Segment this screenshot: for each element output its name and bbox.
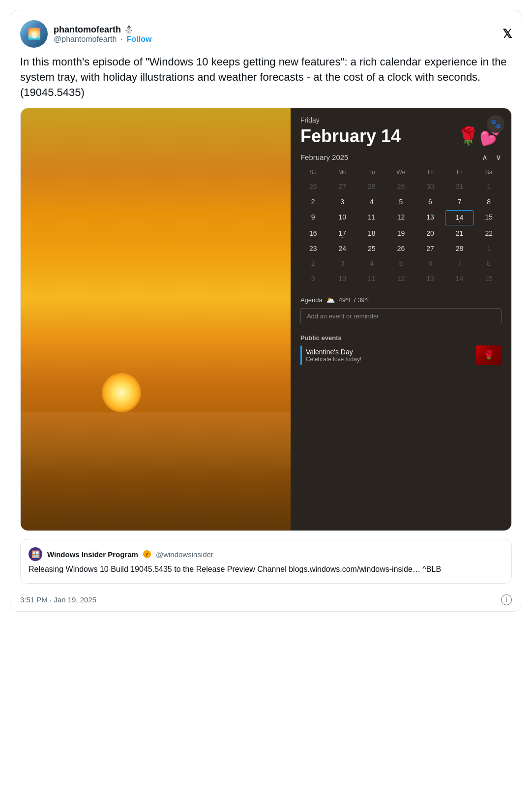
cal-cell-1-dim[interactable]: 1: [474, 242, 503, 256]
cal-cell-7[interactable]: 7: [445, 195, 474, 209]
cal-cell-6[interactable]: 6: [415, 195, 445, 209]
cal-cell-12[interactable]: 12: [386, 210, 416, 225]
cal-cell-1-dim[interactable]: 1: [474, 180, 503, 194]
calendar-weeks: 2627282930311234567891011121314151617181…: [298, 180, 503, 286]
tweet-header: 🌅 phantomofearth ⛄ @phantomofearth · Fol…: [20, 20, 512, 48]
cal-cell-31-dim[interactable]: 31: [445, 180, 474, 194]
cal-cell-4[interactable]: 4: [357, 195, 386, 209]
quoted-handle: @windowsinsider: [156, 550, 213, 559]
weather-text: 49°F / 39°F: [339, 296, 371, 304]
quoted-tweet-text: Releasing Windows 10 Build 19045.5435 to…: [29, 564, 503, 575]
cal-cell-18[interactable]: 18: [357, 226, 386, 241]
cal-cell-28[interactable]: 28: [445, 242, 474, 256]
follow-button[interactable]: Follow: [127, 35, 152, 44]
weekday-we: We: [386, 167, 416, 178]
calendar-public-events: Public events Valentine's Day Celebrate …: [291, 334, 511, 365]
water-reflection: [21, 412, 291, 531]
tweet-footer: 3:51 PM · Jan 19, 2025 i: [20, 590, 512, 605]
event-subtitle: Celebrate love today!: [306, 356, 472, 363]
info-icon[interactable]: i: [501, 594, 512, 605]
cal-cell-8-dim[interactable]: 8: [474, 256, 503, 271]
cal-cell-29-dim[interactable]: 29: [386, 180, 416, 194]
cal-cell-27[interactable]: 27: [415, 242, 445, 256]
verified-badge: ✓: [143, 550, 151, 558]
cal-cell-3-dim[interactable]: 3: [327, 256, 357, 271]
cal-cell-26[interactable]: 26: [386, 242, 416, 256]
sunset-background: [21, 108, 291, 531]
weekday-fr: Fr: [445, 167, 474, 178]
cal-cell-2-dim[interactable]: 2: [298, 256, 328, 271]
calendar-prev-arrow[interactable]: ∧: [482, 153, 488, 162]
cal-cell-14-dim[interactable]: 14: [445, 272, 474, 286]
event-thumb-emoji: 🌹: [483, 350, 494, 361]
cal-cell-26-dim[interactable]: 26: [298, 180, 328, 194]
calendar-weekdays: Su Mo Tu We Th Fr Sa: [298, 167, 503, 178]
cal-cell-15[interactable]: 15: [474, 210, 503, 225]
calendar-date-row: February 14 🌹💕: [300, 126, 502, 147]
sun-glow: [102, 373, 141, 412]
cal-cell-23[interactable]: 23: [298, 242, 328, 256]
user-handle: @phantomofearth: [54, 35, 117, 44]
tweet-header-left: 🌅 phantomofearth ⛄ @phantomofearth · Fol…: [20, 20, 151, 48]
cal-cell-5[interactable]: 5: [386, 195, 416, 209]
cal-cell-6-dim[interactable]: 6: [415, 256, 445, 271]
agenda-label: Agenda: [300, 296, 323, 304]
calendar-month-label: February 2025: [300, 153, 349, 161]
cal-cell-28-dim[interactable]: 28: [357, 180, 386, 194]
cal-cell-22[interactable]: 22: [474, 226, 503, 241]
tweet-image: 🐾 Friday February 14 🌹💕 February 2025 ∧ …: [20, 108, 512, 531]
calendar-grid: Su Mo Tu We Th Fr Sa 2627282930311234567…: [291, 167, 511, 286]
separator-dot: ·: [120, 35, 122, 44]
cal-cell-30-dim[interactable]: 30: [415, 180, 445, 194]
event-text-col: Valentine's Day Celebrate love today!: [306, 348, 472, 363]
cal-cell-12-dim[interactable]: 12: [386, 272, 416, 286]
weekday-su: Su: [298, 167, 328, 178]
public-events-label: Public events: [300, 334, 502, 342]
quoted-tweet[interactable]: 🪟 Windows Insider Program ✓ @windowsinsi…: [20, 539, 512, 583]
cal-cell-16[interactable]: 16: [298, 226, 328, 241]
username-row: phantomofearth ⛄: [54, 25, 151, 35]
cal-cell-4-dim[interactable]: 4: [357, 256, 386, 271]
event-thumbnail: 🌹: [476, 345, 502, 365]
calendar-agenda-section: Agenda 🌥️ 49°F / 39°F Add an event or re…: [291, 291, 511, 334]
cal-cell-9[interactable]: 9: [298, 210, 328, 225]
cal-cell-19[interactable]: 19: [386, 226, 416, 241]
calendar-nav-arrows: ∧ ∨: [482, 153, 502, 162]
quoted-avatar: 🪟: [29, 547, 42, 561]
cal-cell-11[interactable]: 11: [357, 210, 386, 225]
cal-cell-14[interactable]: 14: [445, 210, 474, 225]
event-bar: [300, 345, 302, 365]
avatar-bg: 🌅: [20, 20, 48, 48]
calendar-next-arrow[interactable]: ∨: [496, 153, 502, 162]
calendar-top: Friday February 14 🌹💕: [291, 108, 511, 153]
cal-cell-7-dim[interactable]: 7: [445, 256, 474, 271]
avatar[interactable]: 🌅: [20, 20, 48, 48]
weekday-sa: Sa: [474, 167, 503, 178]
cal-cell-13[interactable]: 13: [415, 210, 445, 225]
cal-cell-13-dim[interactable]: 13: [415, 272, 445, 286]
cal-cell-20[interactable]: 20: [415, 226, 445, 241]
cal-cell-24[interactable]: 24: [327, 242, 357, 256]
cal-cell-17[interactable]: 17: [327, 226, 357, 241]
calendar-month-nav: February 2025 ∧ ∨: [291, 153, 511, 162]
quoted-avatar-emoji: 🪟: [31, 550, 40, 558]
snowman-emoji: ⛄: [124, 25, 134, 34]
cal-cell-10[interactable]: 10: [327, 210, 357, 225]
cal-cell-10-dim[interactable]: 10: [327, 272, 357, 286]
cal-cell-11-dim[interactable]: 11: [357, 272, 386, 286]
cal-cell-3[interactable]: 3: [327, 195, 357, 209]
calendar-day-label: Friday: [300, 116, 502, 124]
cal-cell-21[interactable]: 21: [445, 226, 474, 241]
cal-cell-25[interactable]: 25: [357, 242, 386, 256]
weekday-mo: Mo: [327, 167, 357, 178]
cal-cell-8[interactable]: 8: [474, 195, 503, 209]
add-event-field[interactable]: Add an event or reminder: [300, 308, 502, 324]
calendar-agenda-row: Agenda 🌥️ 49°F / 39°F: [300, 296, 502, 304]
cal-cell-9-dim[interactable]: 9: [298, 272, 328, 286]
tweet-text: In this month's episode of "Windows 10 k…: [20, 55, 512, 100]
cal-cell-5-dim[interactable]: 5: [386, 256, 416, 271]
cal-cell-15-dim[interactable]: 15: [474, 272, 503, 286]
cal-cell-2[interactable]: 2: [298, 195, 328, 209]
cal-cell-27-dim[interactable]: 27: [327, 180, 357, 194]
event-row-valentines: Valentine's Day Celebrate love today! 🌹: [300, 345, 502, 365]
